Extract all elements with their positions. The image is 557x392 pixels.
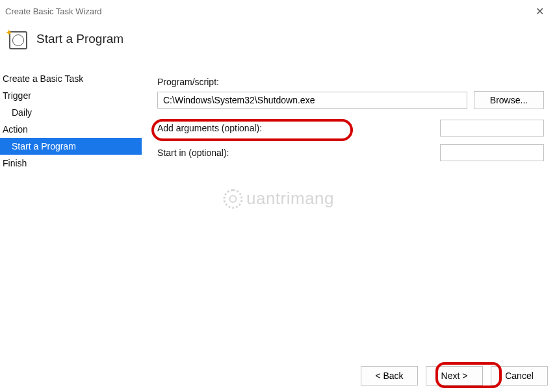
sidebar-item-action[interactable]: Action	[0, 121, 142, 138]
wizard-header: ✦ Start a Program	[0, 20, 557, 65]
titlebar: Create Basic Task Wizard ✕	[0, 0, 557, 20]
sidebar-item-daily[interactable]: Daily	[0, 104, 142, 121]
add-arguments-label: Add arguments (optional):	[157, 123, 262, 133]
sidebar-item-create-task[interactable]: Create a Basic Task	[0, 70, 142, 87]
window-title: Create Basic Task Wizard	[5, 7, 102, 16]
sidebar-item-start-program[interactable]: Start a Program	[0, 138, 142, 155]
back-button[interactable]: < Back	[361, 366, 418, 385]
wizard-footer: < Back Next > Cancel	[361, 366, 548, 385]
start-in-input[interactable]	[440, 144, 544, 161]
program-script-input[interactable]	[157, 92, 467, 109]
browse-button[interactable]: Browse...	[474, 91, 544, 109]
watermark: uantrimang	[223, 189, 334, 209]
page-title: Start a Program	[36, 32, 123, 46]
start-in-label: Start in (optional):	[157, 148, 229, 158]
wizard-steps-sidebar: Create a Basic Task Trigger Daily Action…	[0, 65, 142, 172]
sidebar-item-finish[interactable]: Finish	[0, 155, 142, 172]
wizard-icon: ✦	[6, 29, 27, 49]
cancel-button[interactable]: Cancel	[491, 366, 548, 385]
sidebar-item-trigger[interactable]: Trigger	[0, 87, 142, 104]
main-panel: Program/script: Browse... Add arguments …	[142, 65, 557, 172]
watermark-text: uantrimang	[246, 189, 334, 209]
close-icon[interactable]: ✕	[532, 7, 548, 17]
next-button[interactable]: Next >	[426, 366, 483, 385]
add-arguments-input[interactable]	[440, 120, 544, 137]
watermark-gear-icon	[223, 189, 242, 209]
program-script-label: Program/script:	[157, 77, 544, 87]
